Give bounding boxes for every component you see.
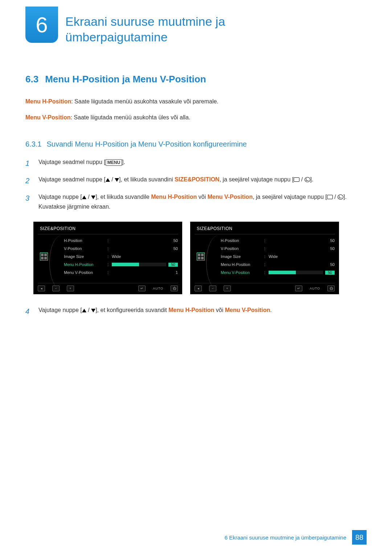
minus-icon: −	[209, 286, 216, 291]
step-2: 2 Vajutage seadmel nuppe [ / ], et liiku…	[25, 175, 367, 187]
step-text: Vajutage seadmel nuppu [MENU].	[38, 157, 125, 169]
osd-button-bar: ◂ − + ↵ AUTO ⏻	[38, 283, 178, 291]
value: 1	[156, 270, 178, 275]
triangle-up-icon	[106, 178, 110, 182]
step-text: Vajutage nuppe [ / ], et liikuda suvandi…	[38, 192, 367, 212]
chapter-number-badge: 6	[25, 7, 58, 43]
section-heading: 6.3Menu H-Position ja Menu V-Position	[25, 74, 367, 85]
text: Vajutage nuppe [	[38, 307, 82, 313]
power-icon: ⏻	[327, 286, 335, 291]
osd-item-menu-h-position: Menu H-Position:50	[221, 260, 335, 268]
text: , ja seejärel vajutage nuppu [	[220, 176, 294, 182]
source-icon	[327, 195, 333, 199]
label: Menu H-Position	[64, 262, 107, 267]
osd-button-bar: ◂ − + ↵ AUTO ⏻	[195, 283, 335, 291]
triangle-down-icon	[115, 178, 119, 182]
label: V-Position	[64, 246, 107, 251]
osd-panel-right: SIZE&POSITION H-Position:50 V-Position:5…	[190, 222, 339, 294]
value: 50	[313, 246, 335, 251]
text: ], et liikuda suvandile	[95, 194, 151, 200]
text: või	[214, 307, 225, 313]
page-number: 88	[352, 530, 367, 545]
osd-item-v-position: V-Position:50	[221, 245, 335, 253]
auto-label: AUTO	[310, 287, 320, 290]
label: Image Size	[221, 254, 264, 259]
osd-category-icon	[195, 237, 207, 276]
subsection-number: 6.3.1	[25, 140, 41, 148]
osd-item-h-position: H-Position:50	[221, 237, 335, 245]
value: 50	[168, 263, 178, 267]
slider-bar	[269, 271, 323, 274]
text: .	[270, 307, 271, 313]
menu-v-label: Menu V-Position	[225, 307, 270, 313]
chapter-header: 6 Ekraani suuruse muutmine ja ümberpaigu…	[25, 0, 367, 45]
footer-chapter-title: 6 Ekraani suuruse muutmine ja ümberpaigu…	[225, 534, 346, 541]
definition-h: Menu H-Position: Saate liigutada menüü a…	[25, 97, 367, 106]
step-text: Vajutage nuppe [ / ], et konfigureerida …	[38, 305, 272, 317]
grid-icon	[197, 253, 205, 260]
text: ].	[122, 159, 125, 165]
step-number: 2	[25, 175, 33, 187]
slider-bar	[112, 263, 166, 266]
step-3: 3 Vajutage nuppe [ / ], et liikuda suvan…	[25, 192, 367, 212]
subsection-heading: 6.3.1Suvandi Menu H-Position ja Menu V-P…	[25, 140, 367, 148]
enter-icon: ↵	[138, 286, 146, 291]
text: või	[197, 194, 207, 200]
osd-category-icon	[38, 237, 50, 276]
chapter-title: Ekraani suuruse muutmine ja ümberpaiguta…	[65, 14, 301, 45]
osd-item-h-position: H-Position:50	[64, 237, 178, 245]
value: 50	[156, 246, 178, 251]
step-number: 4	[25, 305, 33, 317]
menu-button-icon: MENU	[106, 159, 122, 166]
menu-v-label: Menu V-Position	[208, 194, 253, 200]
term-menu-h: Menu H-Position	[25, 98, 71, 104]
label: V-Position	[221, 246, 264, 251]
definition-v: Menu V-Position: Saate liigutada menüü a…	[25, 113, 367, 122]
text: Vajutage seadmel nuppe [	[38, 176, 106, 182]
triangle-up-icon	[82, 309, 86, 312]
enter-icon: ↵	[295, 286, 302, 291]
value: Wide	[112, 254, 134, 259]
value: 50	[325, 271, 335, 275]
value: 50	[156, 238, 178, 243]
osd-panel-left: SIZE&POSITION H-Position:50 V-Position:5…	[33, 222, 182, 294]
osd-item-menu-h-position: Menu H-Position:50	[64, 260, 178, 268]
subsection-title: Suvandi Menu H-Position ja Menu V-Positi…	[46, 140, 246, 148]
osd-item-menu-v-position: Menu V-Position:50	[221, 268, 335, 276]
label: H-Position	[64, 238, 107, 243]
term-menu-h-desc: : Saate liigutada menüü asukohta vasakul…	[71, 98, 219, 104]
term-menu-v: Menu V-Position	[25, 114, 70, 120]
value: Wide	[269, 254, 290, 259]
value: 50	[313, 262, 335, 267]
plus-icon: +	[67, 286, 74, 291]
label: H-Position	[221, 238, 264, 243]
value: 50	[313, 238, 335, 243]
left-icon: ◂	[38, 286, 45, 291]
grid-icon	[40, 253, 48, 260]
enter-icon	[338, 194, 343, 200]
section-number: 6.3	[25, 74, 38, 85]
power-icon: ⏻	[171, 286, 178, 291]
step-number: 3	[25, 192, 33, 212]
osd-screenshots: SIZE&POSITION H-Position:50 V-Position:5…	[33, 222, 367, 294]
menu-h-label: Menu H-Position	[168, 307, 214, 313]
steps-list: 1 Vajutage seadmel nuppu [MENU]. 2 Vajut…	[25, 157, 367, 212]
osd-item-menu-v-position: Menu V-Position:1	[64, 268, 178, 276]
text: Vajutage nuppe [	[38, 194, 82, 200]
label: Menu V-Position	[64, 270, 107, 275]
label: Image Size	[64, 254, 107, 259]
label: Menu H-Position	[221, 262, 264, 267]
minus-icon: −	[52, 286, 60, 291]
osd-item-image-size: Image Size:Wide	[64, 253, 178, 260]
left-icon: ◂	[195, 286, 202, 291]
page-footer: 6 Ekraani suuruse muutmine ja ümberpaigu…	[225, 530, 367, 545]
enter-icon	[305, 177, 310, 182]
step-text: Vajutage seadmel nuppe [ / ], et liikuda…	[38, 175, 313, 187]
step-4: 4 Vajutage nuppe [ / ], et konfigureerid…	[25, 305, 367, 317]
step-number: 1	[25, 157, 33, 169]
size-position-label: SIZE&POSITION	[175, 176, 220, 182]
plus-icon: +	[224, 286, 231, 291]
auto-label: AUTO	[153, 287, 163, 290]
osd-item-v-position: V-Position:50	[64, 245, 178, 253]
label: Menu V-Position	[221, 270, 264, 275]
